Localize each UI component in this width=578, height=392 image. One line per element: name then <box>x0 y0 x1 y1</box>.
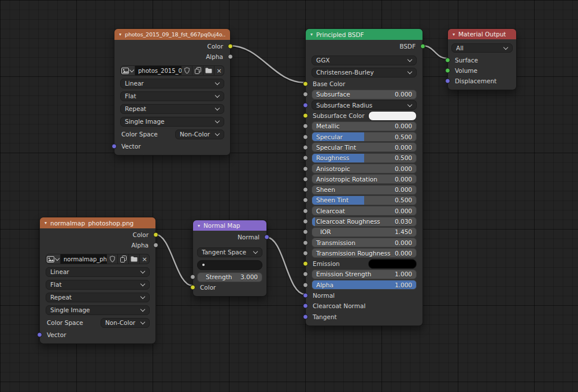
clearcoat-roughness-input-socket[interactable] <box>303 219 308 224</box>
emission-input-socket[interactable] <box>303 261 308 267</box>
ior-input-socket[interactable] <box>303 230 308 235</box>
transmission-slider[interactable]: Transmission 0.000 <box>312 238 417 247</box>
emission-color-swatch[interactable] <box>368 259 417 269</box>
fake-user-button[interactable] <box>107 254 118 264</box>
displacement-input-socket[interactable] <box>445 79 450 84</box>
extension-dropdown[interactable]: Repeat <box>120 104 224 114</box>
new-image-button[interactable] <box>192 65 203 76</box>
strength-slider[interactable]: Strength 3.000 <box>197 272 262 282</box>
transmission-input-socket[interactable] <box>303 240 308 245</box>
node-header[interactable]: ▾ Principled BSDF <box>306 29 423 40</box>
transmission-roughness-input-socket[interactable] <box>303 250 308 256</box>
noodle-color-to-basecolor[interactable] <box>229 46 305 83</box>
clearcoat-input-socket[interactable] <box>303 208 308 213</box>
sheen-slider[interactable]: Sheen 0.000 <box>312 185 417 195</box>
alpha-slider[interactable]: Alpha 1.000 <box>312 280 417 290</box>
alpha-input-socket[interactable] <box>303 282 308 287</box>
specular-input-socket[interactable] <box>303 134 308 139</box>
subsurface-input-socket[interactable] <box>303 92 308 97</box>
target-dropdown[interactable]: All <box>451 43 513 53</box>
strength-input-socket[interactable] <box>190 275 195 280</box>
collapse-icon[interactable]: ▾ <box>198 223 200 228</box>
space-dropdown[interactable]: Tangent Space <box>197 247 262 257</box>
clearcoat-normal-input-socket[interactable] <box>303 304 308 309</box>
metallic-slider[interactable]: Metallic 0.000 <box>312 121 417 131</box>
tangent-input-socket[interactable] <box>303 314 308 319</box>
vector-input-socket[interactable] <box>112 144 117 149</box>
projection-dropdown[interactable]: Flat <box>46 280 150 290</box>
node-header[interactable]: ▾ normalmap_photoshop.png <box>40 217 155 228</box>
image-datablock-button[interactable] <box>46 254 61 264</box>
anisotropic-rotation-input-socket[interactable] <box>303 176 308 182</box>
specular-tint-input-socket[interactable] <box>303 145 308 150</box>
anisotropic-slider[interactable]: Anisotropic 0.000 <box>312 164 417 173</box>
node-material-output[interactable]: ▾ Material Output All Surface Volume D <box>447 28 517 90</box>
ior-slider[interactable]: IOR 1.450 <box>312 227 417 237</box>
subsurface-color-swatch[interactable] <box>368 111 417 121</box>
roughness-slider[interactable]: Roughness 0.500 <box>312 153 417 163</box>
normal-output-socket[interactable] <box>264 235 269 240</box>
source-dropdown[interactable]: Single Image <box>46 305 150 315</box>
specular-slider[interactable]: Specular 0.500 <box>312 132 417 142</box>
emission-strength-input-socket[interactable] <box>303 272 308 277</box>
subsurface-color-input-socket[interactable] <box>303 113 308 119</box>
distribution-dropdown[interactable]: GGX <box>312 56 417 65</box>
image-name-field[interactable]: normalmap_ph... <box>61 254 107 264</box>
sheen-tint-slider[interactable]: Sheen Tint 0.500 <box>312 195 417 205</box>
uv-map-field[interactable] <box>197 260 262 270</box>
specular-tint-slider[interactable]: Specular Tint 0.000 <box>312 142 417 152</box>
node-principled-bsdf[interactable]: ▾ Principled BSDF BSDF GGX Christensen-B… <box>305 28 423 326</box>
extension-dropdown[interactable]: Repeat <box>46 293 150 302</box>
roughness-input-socket[interactable] <box>303 156 308 161</box>
node-image-texture-normal[interactable]: ▾ normalmap_photoshop.png Color Alpha no… <box>39 217 156 344</box>
clearcoat-slider[interactable]: Clearcoat 0.000 <box>312 206 417 216</box>
alpha-output-socket[interactable] <box>153 243 158 248</box>
emission-strength-slider[interactable]: Emission Strength 1.000 <box>312 269 417 279</box>
color-output-socket[interactable] <box>228 44 233 49</box>
node-header[interactable]: ▾ photos_2015_09_18_fst_667pq0uj4o... <box>114 29 230 40</box>
subsurface-slider[interactable]: Subsurface 0.000 <box>312 90 417 99</box>
color-input-socket[interactable] <box>190 285 195 290</box>
sheen-tint-input-socket[interactable] <box>303 198 308 203</box>
source-dropdown[interactable]: Single Image <box>120 117 224 127</box>
unlink-image-button[interactable]: × <box>140 254 150 264</box>
image-name-field[interactable]: photos_2015_0... <box>135 65 181 76</box>
node-header[interactable]: ▾ Material Output <box>448 29 516 39</box>
node-editor-canvas[interactable]: ▾ photos_2015_09_18_fst_667pq0uj4o... Co… <box>0 0 578 392</box>
noodle-normalimage-to-normalmap[interactable] <box>155 234 192 286</box>
transmission-roughness-slider[interactable]: Transmission Roughness 0.000 <box>312 248 417 258</box>
interpolation-dropdown[interactable]: Linear <box>46 267 150 277</box>
node-image-texture-top[interactable]: ▾ photos_2015_09_18_fst_667pq0uj4o... Co… <box>114 28 231 156</box>
collapse-icon[interactable]: ▾ <box>45 220 47 225</box>
metallic-input-socket[interactable] <box>303 124 308 129</box>
node-normal-map[interactable]: ▾ Normal Map Normal Tangent Space <box>192 220 267 297</box>
anisotropic-input-socket[interactable] <box>303 166 308 171</box>
vector-input-socket[interactable] <box>37 332 42 338</box>
alpha-output-socket[interactable] <box>228 54 233 60</box>
interpolation-dropdown[interactable]: Linear <box>120 79 224 88</box>
volume-input-socket[interactable] <box>445 68 450 73</box>
color-output-socket[interactable] <box>153 232 158 238</box>
fake-user-button[interactable] <box>181 65 192 76</box>
projection-dropdown[interactable]: Flat <box>120 91 224 101</box>
clearcoat-roughness-slider[interactable]: Clearcoat Roughness 0.030 <box>312 217 417 227</box>
color-space-dropdown[interactable]: Non-Color <box>101 318 150 328</box>
anisotropic-rotation-slider[interactable]: Anisotropic Rotation 0.000 <box>312 174 417 184</box>
base-color-input-socket[interactable] <box>303 82 308 87</box>
image-datablock-button[interactable] <box>120 65 135 76</box>
collapse-icon[interactable]: ▾ <box>310 32 313 37</box>
subsurface-radius-dropdown[interactable]: Subsurface Radius <box>312 100 417 110</box>
sheen-input-socket[interactable] <box>303 187 308 193</box>
node-header[interactable]: ▾ Normal Map <box>193 220 266 231</box>
open-image-button[interactable] <box>129 254 140 264</box>
subsurface-method-dropdown[interactable]: Christensen-Burley <box>312 68 417 77</box>
open-image-button[interactable] <box>203 65 214 76</box>
subsurface-radius-input-socket[interactable] <box>303 102 308 108</box>
noodle-bsdf-to-surface[interactable] <box>423 46 447 58</box>
surface-input-socket[interactable] <box>445 58 450 63</box>
noodle-normalmap-to-principled[interactable] <box>266 237 305 294</box>
bsdf-output-socket[interactable] <box>420 44 425 49</box>
collapse-icon[interactable]: ▾ <box>119 32 121 37</box>
new-image-button[interactable] <box>118 254 129 264</box>
color-space-dropdown[interactable]: Non-Color <box>175 130 224 139</box>
